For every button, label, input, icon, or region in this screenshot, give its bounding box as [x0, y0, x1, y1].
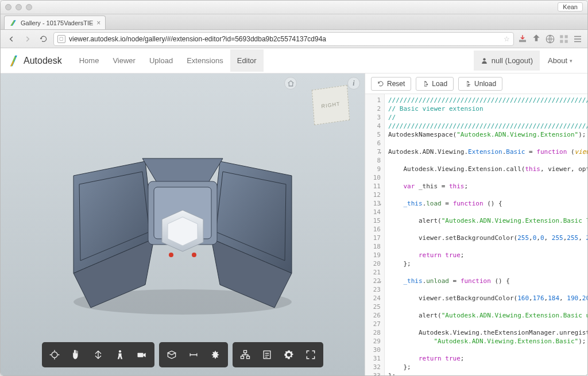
page-info-icon[interactable]: ▢	[57, 35, 65, 43]
code-line[interactable]: viewer.setBackgroundColor(255,0,0, 255,2…	[388, 234, 584, 242]
forward-button[interactable]	[21, 33, 34, 45]
gutter-line: 19	[365, 251, 381, 259]
code-line[interactable]: Autodesk.Viewing.theExtensionManager.unr…	[388, 328, 584, 337]
code-line[interactable]: };	[388, 371, 584, 375]
zoom-button[interactable]	[88, 344, 109, 365]
gutter-line: 17	[365, 234, 381, 242]
reset-button[interactable]: Reset	[371, 77, 411, 91]
address-bar[interactable]: ▢ ☆	[53, 32, 514, 46]
about-label: About	[548, 56, 567, 65]
code-line[interactable]	[388, 156, 584, 165]
bookmark-star-icon[interactable]: ☆	[504, 35, 510, 43]
share-arrow-icon[interactable]	[531, 34, 541, 44]
code-line[interactable]: var _this = this;	[388, 182, 584, 191]
model-tree-button[interactable]	[235, 344, 256, 365]
nav-item-editor[interactable]: Editor	[230, 49, 264, 72]
reload-button[interactable]	[37, 33, 50, 45]
nav-item-home[interactable]: Home	[72, 49, 106, 72]
code-line[interactable]: alert("Autodesk.ADN.Viewing.Extension.Ba…	[388, 311, 584, 320]
svg-rect-24	[244, 351, 247, 353]
viewer-panel[interactable]: i RIGHT	[1, 73, 365, 375]
code-line[interactable]: "Autodesk.ADN.Viewing.Extension.Basic");	[388, 337, 584, 346]
code-body[interactable]: ////////////////////////////////////////…	[385, 94, 587, 375]
code-line[interactable]: };	[388, 259, 584, 268]
browser-tabstrip: Gallery - 10175VadersTIE ×	[1, 14, 587, 30]
gutter-line: 15	[365, 216, 381, 225]
zoom-window-button[interactable]	[26, 4, 32, 10]
code-line[interactable]: AutodeskNamespace("Autodesk.ADN.Viewing.…	[388, 130, 584, 139]
tab-close-icon[interactable]: ×	[96, 19, 100, 27]
code-line[interactable]: ////////////////////////////////////////…	[388, 96, 584, 104]
unload-button[interactable]: Unload	[458, 77, 502, 91]
pan-button[interactable]	[66, 344, 87, 365]
code-line[interactable]	[388, 139, 584, 148]
code-line[interactable]: };	[388, 363, 584, 371]
browser-profile-button[interactable]: Kean	[558, 2, 583, 11]
code-line[interactable]: alert("Autodesk.ADN.Viewing.Extension.Ba…	[388, 216, 584, 225]
nav-item-upload[interactable]: Upload	[142, 49, 180, 72]
gutter-line: 10	[365, 173, 381, 182]
code-line[interactable]	[388, 225, 584, 234]
viewer-toolbar	[42, 342, 323, 367]
code-line[interactable]	[388, 320, 584, 328]
nav-item-extensions[interactable]: Extensions	[180, 49, 230, 72]
code-editor[interactable]: 1234567▾8910111213▾141516171819202122▾23…	[365, 94, 587, 375]
measure-button[interactable]	[183, 344, 204, 365]
app-navbar: Autodesk HomeViewerUploadExtensionsEdito…	[1, 48, 587, 73]
browser-menu-icon[interactable]	[572, 34, 583, 44]
gutter-line: 18	[365, 242, 381, 251]
close-window-button[interactable]	[5, 4, 11, 10]
viewcube[interactable]: RIGHT	[313, 87, 349, 123]
grid-icon[interactable]	[559, 34, 569, 44]
viewer-inspect-group	[159, 342, 228, 367]
browser-tab[interactable]: Gallery - 10175VadersTIE ×	[4, 15, 106, 29]
code-line[interactable]	[388, 303, 584, 311]
globe-icon[interactable]	[545, 34, 555, 44]
load-button[interactable]: Load	[416, 77, 454, 91]
code-line[interactable]	[388, 285, 584, 294]
code-line[interactable]: _this.load = function () {	[388, 199, 584, 208]
caret-down-icon: ▾	[570, 58, 572, 64]
code-line[interactable]: _this.unload = function () {	[388, 277, 584, 285]
model-3d-view[interactable]	[56, 130, 309, 319]
code-line[interactable]: return true;	[388, 251, 584, 259]
code-line[interactable]: ////////////////////////////////////////…	[388, 122, 584, 130]
explode-button[interactable]	[205, 344, 226, 365]
code-line[interactable]: return true;	[388, 354, 584, 363]
orbit-button[interactable]	[44, 344, 65, 365]
properties-button[interactable]	[257, 344, 277, 365]
svg-point-21	[52, 352, 57, 358]
code-line[interactable]	[388, 191, 584, 199]
code-line[interactable]: Autodesk.Viewing.Extension.call(this, vi…	[388, 165, 584, 173]
first-person-button[interactable]	[110, 344, 130, 365]
user-menu[interactable]: null (Logout)	[474, 51, 540, 71]
settings-button[interactable]	[278, 344, 299, 365]
code-line[interactable]	[388, 346, 584, 354]
gutter-line: 6	[365, 139, 381, 148]
code-line[interactable]: viewer.setBackgroundColor(160,176,184, 1…	[388, 294, 584, 303]
camera-button[interactable]	[131, 344, 152, 365]
nav-item-viewer[interactable]: Viewer	[106, 49, 142, 72]
code-line[interactable]	[388, 173, 584, 182]
url-input[interactable]	[69, 35, 500, 43]
brand[interactable]: Autodesk	[10, 55, 62, 67]
section-button[interactable]	[161, 344, 182, 365]
browser-tab-title: Gallery - 10175VadersTIE	[21, 20, 93, 26]
gutter-line: 22▾	[365, 277, 381, 285]
svg-rect-5	[565, 40, 568, 42]
about-menu[interactable]: About ▾	[542, 51, 578, 71]
back-button[interactable]	[5, 33, 18, 45]
svg-rect-23	[138, 353, 144, 358]
code-line[interactable]	[388, 268, 584, 277]
viewer-home-button[interactable]	[284, 77, 297, 90]
minimize-window-button[interactable]	[16, 4, 22, 10]
viewer-info-button[interactable]: i	[347, 77, 360, 90]
user-label: null (Logout)	[492, 56, 533, 65]
code-line[interactable]: //	[388, 113, 584, 122]
code-line[interactable]	[388, 208, 584, 216]
fullscreen-button[interactable]	[300, 344, 321, 365]
code-line[interactable]: Autodesk.ADN.Viewing.Extension.Basic = f…	[388, 148, 584, 156]
offline-docs-icon[interactable]	[517, 34, 528, 44]
code-line[interactable]: // Basic viewer extension	[388, 104, 584, 113]
code-line[interactable]	[388, 242, 584, 251]
